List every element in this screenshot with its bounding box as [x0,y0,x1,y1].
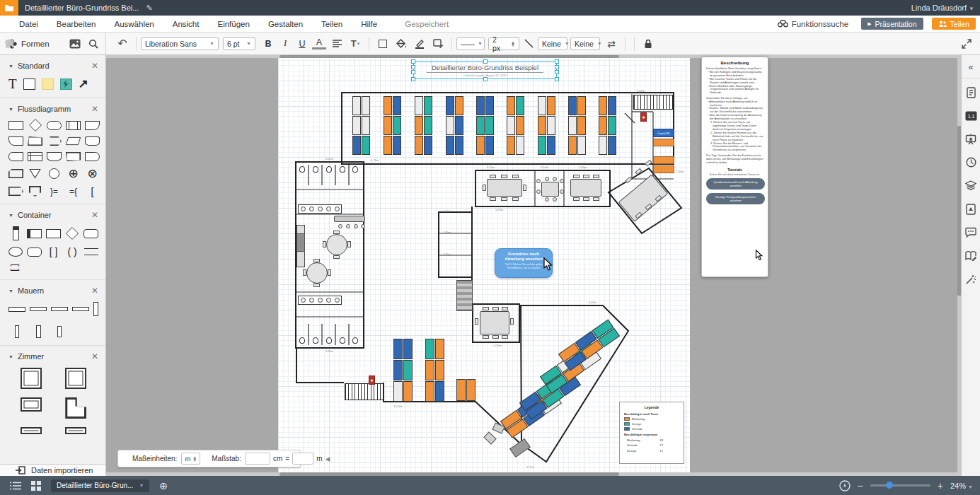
selected-heading-box[interactable]: Detaillierter Büro-Grundriss Beispiel Li… [413,62,557,79]
desk[interactable] [424,116,432,135]
desk[interactable] [476,116,485,135]
selection-handle[interactable] [483,59,488,64]
menu-item-bearbeiten[interactable]: Bearbeiten [47,20,105,28]
round-table[interactable] [306,262,328,284]
shape-style-button[interactable] [375,36,391,52]
tutorial-button-2[interactable]: Heutige Fertigstellungstermine ansehen [706,193,765,204]
selection-handle[interactable] [483,77,488,81]
shape-database[interactable] [85,136,100,146]
desk[interactable] [393,381,403,402]
desk[interactable] [608,116,616,135]
shape-brace-left[interactable]: ={ [69,187,77,196]
desk[interactable] [393,136,401,155]
shape-card[interactable] [8,169,23,178]
desk-cluster[interactable] [425,339,444,402]
close-section-icon[interactable]: ✕ [91,104,98,114]
desk[interactable] [547,136,555,155]
collapse-triangle-icon[interactable]: ▼ [8,107,13,112]
desk[interactable] [352,136,361,155]
desk[interactable] [456,379,466,401]
selection-handle[interactable] [411,77,415,81]
round-table[interactable] [326,234,347,255]
shape-multiple-document[interactable] [8,136,23,146]
italic-button[interactable]: I [278,36,292,52]
shape-ellipse-container[interactable] [8,247,23,257]
desk[interactable] [455,116,463,135]
shape-bracket-pair[interactable]: [ ] [50,247,58,257]
desk[interactable] [608,96,616,115]
shape-wall-horizontal-thin[interactable] [30,307,47,311]
font-size-select[interactable]: 6 pt▼ [223,37,255,50]
shape-manual-operation[interactable] [28,136,42,146]
desk[interactable] [403,360,413,380]
fill-color-button[interactable] [393,36,409,52]
shape-or[interactable]: ⊕ [68,168,78,180]
underline-button[interactable]: U [295,36,309,52]
shape-data[interactable] [66,137,81,145]
line-style-select[interactable]: ——▼ [456,37,485,50]
shape-rectangle[interactable] [23,78,35,90]
desk[interactable] [577,116,586,135]
desk[interactable] [577,96,586,115]
selection-handle[interactable] [411,70,415,74]
desk[interactable] [608,136,616,155]
shape-room-square[interactable] [21,368,42,389]
desk[interactable] [393,360,403,380]
menu-item-einfügen[interactable]: Einfügen [208,20,258,28]
stroke-width-stepper[interactable]: 2 px▲▼ [488,37,519,50]
shape-sticky-note[interactable] [42,78,54,90]
shape-predefined-process[interactable] [66,121,81,130]
desk[interactable] [362,96,370,115]
shape-connector[interactable] [49,168,59,179]
menu-item-ansicht[interactable]: Ansicht [163,20,209,28]
desk[interactable] [466,379,475,401]
desk[interactable] [568,136,577,155]
shape-terminator[interactable] [47,121,62,130]
legend[interactable]: Legende Beschäftigte nach Team Marketing… [619,402,684,464]
desk-cluster[interactable] [393,339,413,402]
collapse-triangle-icon[interactable]: ▼ [8,289,13,293]
desk[interactable] [415,116,423,135]
shape-rounded-container[interactable] [83,229,98,238]
desk[interactable] [516,116,524,135]
desk[interactable] [568,96,577,115]
scale-input-left[interactable] [245,453,270,465]
document-notes-icon[interactable] [962,81,980,104]
desk[interactable] [577,136,586,155]
shape-preparation[interactable] [47,136,62,146]
desk[interactable] [384,96,392,115]
desk[interactable] [435,339,444,359]
tutorial-button-1[interactable]: Quadratmeterzahl nach Abteilung ansehen [706,178,765,190]
desk[interactable] [384,116,392,135]
selection-handle[interactable] [555,65,559,69]
shape-wall-vertical-2[interactable] [15,325,19,338]
close-section-icon[interactable]: ✕ [91,61,98,71]
swap-arrows-button[interactable]: ⇄ [604,36,619,52]
text-options-button[interactable]: T▾ [347,36,363,52]
desk[interactable] [425,339,434,359]
desk[interactable] [362,116,370,135]
shape-room-rect[interactable] [21,397,42,412]
zoom-slider[interactable] [870,484,930,487]
font-family-select[interactable]: Liberation Sans▼ [141,37,219,50]
desk-cluster[interactable] [476,96,494,155]
desk[interactable] [599,96,607,115]
small-meeting-table[interactable] [541,182,559,197]
shape-paren-pair[interactable]: ( ) [67,247,76,257]
desk[interactable] [403,381,413,402]
line-color-button[interactable] [412,36,427,52]
dimensions-icon[interactable]: 1.1 [962,104,980,127]
menu-item-hilfe[interactable]: Hilfe [352,20,386,28]
undo-button[interactable]: ↶ [115,36,130,52]
description-panel[interactable]: Beschreibung Dieser detaillierte Büro-Gr… [701,57,768,277]
menu-item-auswählen[interactable]: Auswählen [105,20,163,28]
desk-cluster[interactable] [384,96,401,155]
desk[interactable] [424,96,432,115]
desk[interactable] [485,96,494,115]
desk[interactable] [538,136,546,155]
desk[interactable] [568,116,577,135]
desk-cluster[interactable] [415,96,432,155]
desk-cluster[interactable] [352,96,370,155]
storage-box[interactable] [653,165,674,173]
format-painter-button[interactable] [1,36,17,52]
